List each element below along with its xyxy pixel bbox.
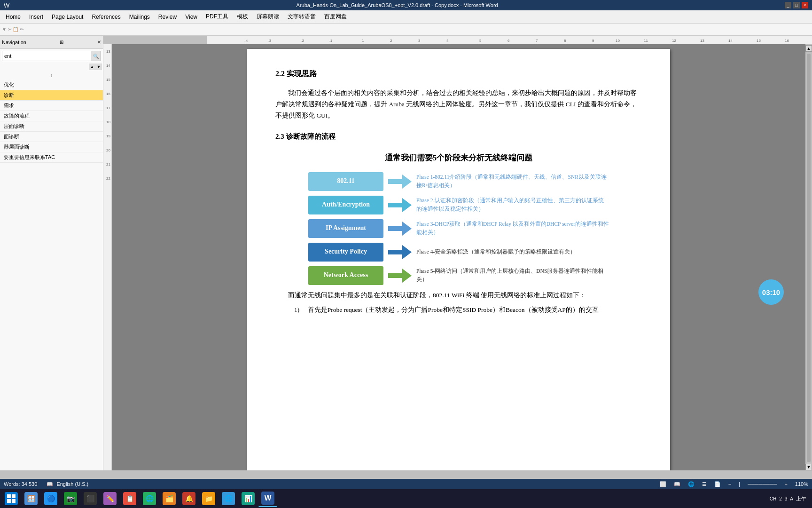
- phase-row-5: Network Access Phase 5-网络访问（通常和用户的上层核心路由…: [308, 266, 609, 285]
- view-read-icon[interactable]: 📖: [674, 481, 680, 487]
- menu-text-speech[interactable]: 文字转语音: [284, 11, 320, 22]
- sidebar-item-face-diagnose[interactable]: 面诊断: [0, 132, 103, 142]
- svg-marker-1: [388, 198, 412, 212]
- taskbar-icon-0: 🪟: [24, 492, 38, 505]
- menu-page-layout[interactable]: Page Layout: [48, 12, 87, 22]
- sidebar-search-input[interactable]: [2, 53, 91, 59]
- sidebar-item-device-diagnose[interactable]: 器层面诊断: [0, 142, 103, 152]
- taskbar-icon-6: 🌐: [143, 492, 156, 505]
- menu-view[interactable]: View: [181, 12, 201, 22]
- menu-baidu[interactable]: 百度网盘: [320, 11, 351, 22]
- sidebar-title: Navigation: [2, 40, 26, 45]
- scrollbar-thumb[interactable]: [807, 54, 811, 462]
- windows-icon: [5, 492, 18, 505]
- word-count: Words: 34,530: [4, 481, 37, 487]
- taskbar-app-9[interactable]: 📁: [199, 490, 218, 507]
- language-indicator: 📖 English (U.S.): [47, 481, 88, 487]
- ruler-vertical: 13 14 15 16 17 18 19 20 21 22: [103, 44, 112, 470]
- close-button[interactable]: ×: [802, 2, 808, 8]
- zoom-out-icon[interactable]: −: [728, 481, 731, 487]
- taskbar-app-word[interactable]: W: [258, 490, 277, 507]
- status-bar: Words: 34,530 📖 English (U.S.) ⬜ 📖 🌐 ☰ 📄…: [0, 479, 812, 489]
- menu-home[interactable]: Home: [2, 12, 24, 22]
- phase-arrow-5: [388, 269, 412, 283]
- menu-screen-read[interactable]: 屏幕朗读: [253, 11, 283, 22]
- taskbar-time-label: 上午: [796, 495, 806, 502]
- list-text-1: 首先是Probe request（主动发起，分为广播Probe和特定SSID P…: [308, 306, 599, 313]
- doc-scroll-container: 13 14 15 16 17 18 19 20 21 22 2.2 实现思路 我…: [103, 44, 812, 470]
- svg-marker-4: [388, 269, 412, 283]
- menu-insert[interactable]: Insert: [25, 12, 47, 22]
- svg-marker-0: [388, 175, 412, 189]
- document-scroll-area[interactable]: 2.2 实现思路 我们会通过各个层面的相关内容的采集和分析，结合过去的相关经验的…: [112, 44, 805, 470]
- phase-5-label: Network Access: [324, 270, 368, 280]
- taskbar-app-11[interactable]: 📊: [239, 490, 258, 507]
- taskbar-clock: 上午: [796, 495, 806, 502]
- taskbar-system-2: 2: [779, 496, 782, 501]
- taskbar-app-7[interactable]: 🗂️: [160, 490, 179, 507]
- phase-3-label: IP Assignment: [326, 223, 366, 233]
- minimize-button[interactable]: _: [785, 2, 791, 8]
- taskbar-app-3[interactable]: ⬛: [81, 490, 100, 507]
- phase-4-desc: Phase 4-安全策略指派（通常和控制器赋予的策略权限设置有关）: [416, 248, 609, 256]
- view-outline-icon[interactable]: ☰: [702, 481, 707, 487]
- toolbar: ▼ ✂ 📋 ✏: [0, 24, 812, 36]
- taskbar-app-0[interactable]: 🪟: [22, 490, 40, 507]
- sidebar-scroll-down[interactable]: ▼: [95, 64, 102, 70]
- sidebar-scroll-controls: ▲ ▼: [0, 63, 103, 71]
- sidebar-item-tac-contact[interactable]: 要重要信息来联系TAC: [0, 152, 103, 163]
- menu-mailings[interactable]: Mailings: [125, 12, 154, 22]
- sidebar-search-button[interactable]: 🔍: [91, 51, 101, 61]
- phase-3-desc: Phase 3-DHCP获取（通常和DHCP Relay 以及和外置的DHCP …: [416, 220, 609, 237]
- doc-area: -4 -3 -2 -1 1 2 3 4 5 6 7 8 9 10 11 12 1…: [103, 36, 812, 470]
- phase-arrow-1: [388, 175, 412, 189]
- taskbar-app-4[interactable]: ✏️: [101, 490, 119, 507]
- phase-5-desc: Phase 5-网络访问（通常和用户的上层核心路由、DNS服务器连通性和性能相关…: [416, 267, 609, 284]
- sidebar-item-layer-diagnose[interactable]: 层面诊断: [0, 121, 103, 132]
- sidebar-item-fault-process[interactable]: 故障的流程: [0, 111, 103, 121]
- zoom-slider[interactable]: ────────: [748, 481, 777, 487]
- taskbar-app-8[interactable]: 🔔: [180, 490, 198, 507]
- window-title: Aruba_Hands-On_Lab_Guide_ArubaOS8_+opt_V…: [9, 2, 785, 8]
- scroll-down-button[interactable]: ▼: [805, 464, 812, 470]
- svg-marker-3: [388, 245, 412, 259]
- sidebar-item-requirements[interactable]: 需求: [0, 101, 103, 111]
- phase-row-2: Auth/Encryption Phase 2-认证和加密阶段（通常和用户输入的…: [308, 196, 609, 214]
- taskbar-app-2[interactable]: 📷: [61, 490, 80, 507]
- sidebar-item-diagnose[interactable]: 诊断: [0, 90, 103, 101]
- scroll-up-button[interactable]: ▲: [805, 45, 812, 52]
- sidebar-search-box: 🔍: [2, 51, 101, 61]
- menu-template[interactable]: 模板: [233, 11, 252, 22]
- view-web-icon[interactable]: 🌐: [688, 481, 695, 487]
- phase-box-3: IP Assignment: [308, 219, 383, 238]
- taskbar-app-6[interactable]: 🌐: [140, 490, 159, 507]
- view-layout-icon[interactable]: ⬜: [660, 481, 666, 487]
- zoom-in-icon[interactable]: +: [784, 481, 787, 487]
- sidebar: Navigation ⊞ ✕ 🔍 ▲ ▼ ↕ 优化 诊断 需求 故障的流程 层面…: [0, 36, 103, 470]
- phase-1-label: 802.11: [337, 176, 355, 186]
- view-draft-icon[interactable]: 📄: [714, 481, 721, 487]
- sidebar-scroll-up[interactable]: ▲: [89, 64, 95, 70]
- phase-2-label: Auth/Encryption: [322, 199, 370, 210]
- vertical-scrollbar[interactable]: ▲ ▼: [805, 44, 812, 470]
- taskbar-system-3: 3: [785, 496, 788, 501]
- menu-references[interactable]: References: [88, 12, 124, 22]
- menu-review[interactable]: Review: [155, 12, 180, 22]
- taskbar-start[interactable]: [2, 490, 21, 507]
- taskbar-app-5[interactable]: 📋: [120, 490, 139, 507]
- phase-box-4: Security Policy: [308, 243, 383, 262]
- maximize-button[interactable]: □: [793, 2, 800, 8]
- menu-pdf-tools[interactable]: PDF工具: [202, 11, 232, 22]
- sidebar-close-icon[interactable]: ✕: [97, 40, 101, 45]
- phase-row-3: IP Assignment Phase 3-DHCP获取（通常和DHCP Rel…: [308, 219, 609, 238]
- taskbar-word-icon: W: [261, 492, 274, 505]
- taskbar-app-1[interactable]: 🔵: [41, 490, 60, 507]
- taskbar-system-ch: CH: [770, 496, 776, 501]
- sidebar-header: Navigation ⊞ ✕: [0, 36, 103, 49]
- language-label: English (U.S.): [56, 481, 88, 487]
- svg-marker-2: [388, 222, 412, 236]
- sidebar-item-optimize[interactable]: 优化: [0, 80, 103, 90]
- taskbar-icon-8: 🔔: [182, 492, 195, 505]
- taskbar-app-10[interactable]: 🌐: [219, 490, 238, 507]
- list-number-1: 1): [294, 306, 306, 313]
